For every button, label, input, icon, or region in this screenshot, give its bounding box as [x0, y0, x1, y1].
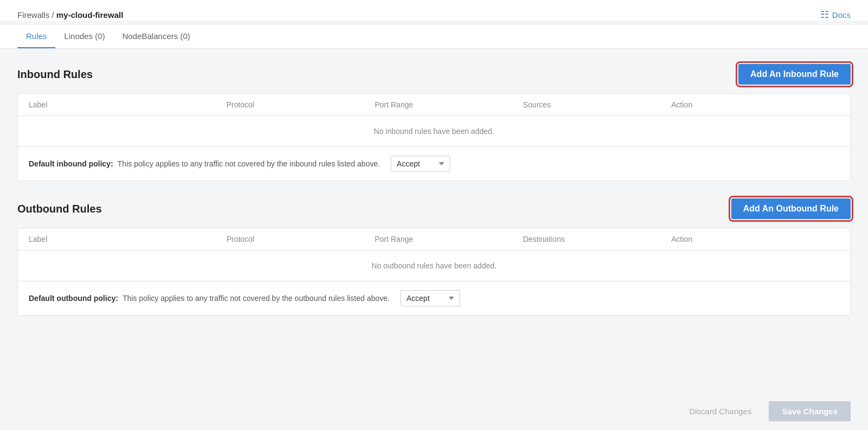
outbound-policy-row: Default outbound policy: This policy app…	[18, 281, 850, 315]
outbound-col-extra	[790, 235, 839, 243]
inbound-policy-label: Default inbound policy:	[29, 159, 113, 168]
outbound-table-header: Label Protocol Port Range Destinations A…	[18, 228, 850, 251]
outbound-policy-label: Default outbound policy:	[29, 294, 118, 303]
footer-bar: Discard Changes Save Changes	[0, 393, 868, 430]
breadcrumb-parent[interactable]: Firewalls	[17, 10, 49, 20]
inbound-col-action: Action	[671, 100, 790, 109]
discard-changes-button[interactable]: Discard Changes	[680, 401, 760, 421]
outbound-policy-select[interactable]: Accept Drop Reject	[400, 290, 460, 306]
outbound-rules-title: Outbound Rules	[17, 203, 102, 215]
outbound-rules-table: Label Protocol Port Range Destinations A…	[17, 228, 851, 316]
outbound-col-protocol: Protocol	[226, 235, 374, 243]
save-changes-button[interactable]: Save Changes	[769, 401, 851, 421]
inbound-policy-select[interactable]: Accept Drop Reject	[391, 156, 450, 172]
docs-link[interactable]: ☷ Docs	[820, 9, 851, 21]
tab-rules[interactable]: Rules	[17, 25, 55, 48]
add-inbound-rule-button[interactable]: Add An Inbound Rule	[738, 64, 851, 85]
outbound-col-destinations: Destinations	[523, 235, 671, 243]
breadcrumb-current: my-cloud-firewall	[56, 10, 123, 20]
outbound-col-port-range: Port Range	[375, 235, 523, 243]
add-outbound-rule-button[interactable]: Add An Outbound Rule	[731, 198, 851, 219]
breadcrumb: Firewalls / my-cloud-firewall	[17, 10, 123, 20]
inbound-col-port-range: Port Range	[375, 100, 523, 109]
inbound-table-header: Label Protocol Port Range Sources Action	[18, 94, 850, 116]
outbound-policy-text: This policy applies to any traffic not c…	[123, 294, 390, 303]
inbound-policy-text: This policy applies to any traffic not c…	[118, 159, 380, 168]
tab-nodebalancers[interactable]: NodeBalancers (0)	[113, 25, 199, 48]
outbound-rules-section: Outbound Rules Add An Outbound Rule Labe…	[17, 198, 851, 316]
document-icon: ☷	[820, 9, 829, 21]
tab-linodes[interactable]: Linodes (0)	[55, 25, 113, 48]
outbound-col-label: Label	[29, 235, 226, 243]
inbound-rules-table: Label Protocol Port Range Sources Action…	[17, 93, 851, 181]
inbound-rules-title: Inbound Rules	[17, 68, 93, 81]
inbound-col-protocol: Protocol	[226, 100, 374, 109]
outbound-empty-message: No outbound rules have been added.	[18, 251, 850, 281]
inbound-col-extra	[790, 100, 839, 109]
breadcrumb-separator: /	[52, 10, 56, 20]
outbound-col-action: Action	[671, 235, 790, 243]
docs-label: Docs	[832, 10, 851, 20]
tabs-row: Rules Linodes (0) NodeBalancers (0)	[0, 25, 868, 49]
inbound-policy-row: Default inbound policy: This policy appl…	[18, 147, 850, 181]
inbound-rules-section: Inbound Rules Add An Inbound Rule Label …	[17, 64, 851, 181]
inbound-empty-message: No inbound rules have been added.	[18, 116, 850, 147]
inbound-col-sources: Sources	[523, 100, 671, 109]
inbound-col-label: Label	[29, 100, 226, 109]
